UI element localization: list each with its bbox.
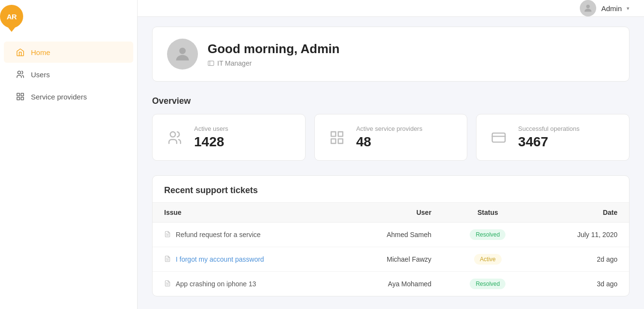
admin-label: Admin [601,4,622,13]
active-users-value: 1428 [194,134,228,150]
svg-rect-2 [17,98,19,100]
ticket-status: Resolved [443,272,533,296]
ticket-issue-cell: Refund request for a service [153,223,340,247]
svg-rect-1 [17,93,19,96]
sidebar-item-home-label: Home [31,48,50,56]
ticket-issue-cell[interactable]: I forgot my account password [153,247,340,272]
stat-card-operations: Successful operations 3467 [476,114,630,161]
svg-rect-7 [208,61,214,65]
logo-wrap: AR [0,0,137,37]
status-badge: Resolved [470,229,505,240]
ticket-status: Resolved [443,223,533,247]
svg-rect-10 [331,132,336,136]
ticket-date: 2d ago [532,247,629,272]
status-badge: Active [474,254,502,265]
table-row: Refund request for a service Ahmed Sameh… [153,223,629,247]
svg-rect-11 [331,139,336,143]
sidebar-item-service-providers[interactable]: Service providers [4,86,133,107]
svg-point-6 [179,48,185,54]
ticket-issue-text: I forgot my account password [176,255,264,263]
ticket-issue-cell: App crashing on iphone 13 [153,272,340,296]
svg-point-0 [18,71,21,74]
tickets-section: Recent support tickets Issue User Status… [152,175,630,296]
ticket-file-icon [164,230,171,239]
main-content: Admin ▾ Good morning, Admin IT Ma [138,0,644,309]
svg-rect-14 [492,133,505,142]
profile-info: Good morning, Admin IT Manager [208,42,339,67]
overview-section: Overview Active users 1428 [152,96,630,161]
col-user: User [340,203,443,223]
overview-title: Overview [152,96,630,106]
svg-rect-4 [21,98,24,100]
role-text: IT Manager [217,59,252,67]
page-content: Good morning, Admin IT Manager Overview [138,17,644,309]
operations-value: 3467 [518,134,579,150]
tickets-title: Recent support tickets [153,176,629,203]
logo-icon: AR [0,5,23,28]
profile-role: IT Manager [208,59,339,67]
admin-profile-button[interactable]: Admin ▾ [580,0,630,16]
sidebar-item-home[interactable]: Home [4,42,133,63]
active-users-icon [164,127,185,148]
ticket-issue-text: Refund request for a service [176,231,261,239]
chevron-down-icon: ▾ [627,5,630,12]
sidebar-item-service-providers-label: Service providers [31,93,87,101]
col-status: Status [443,203,533,223]
service-providers-stat-icon [326,127,348,148]
profile-card: Good morning, Admin IT Manager [152,27,630,82]
overview-cards: Active users 1428 A [152,114,630,161]
sidebar-item-users-label: Users [31,70,50,79]
col-date: Date [532,203,629,223]
service-providers-icon [15,92,25,101]
table-row: I forgot my account password Michael Faw… [153,247,629,272]
svg-rect-12 [338,132,342,136]
svg-rect-13 [338,139,342,143]
sidebar-item-users[interactable]: Users [4,64,133,85]
col-issue: Issue [153,203,340,223]
sidebar-nav: Home Users Servi [0,37,137,112]
service-providers-info: Active service providers 48 [356,125,422,150]
ticket-user: Michael Fawzy [340,247,443,272]
users-icon [15,70,25,79]
service-providers-stat-label: Active service providers [356,125,422,132]
svg-point-5 [587,5,590,8]
status-badge: Resolved [470,279,505,289]
active-users-info: Active users 1428 [194,125,228,150]
active-users-label: Active users [194,125,228,132]
admin-avatar [580,0,596,16]
topbar: Admin ▾ [138,0,644,17]
operations-info: Successful operations 3467 [518,125,579,150]
greeting-text: Good morning, Admin [208,42,339,56]
operations-icon [488,127,509,148]
ticket-user: Aya Mohamed [340,272,443,296]
svg-point-9 [170,132,176,137]
ticket-file-icon [164,280,171,289]
sidebar: AR Home Users [0,0,138,309]
home-icon [15,47,25,57]
ticket-file-icon [164,255,171,264]
ticket-status: Active [443,247,533,272]
service-providers-stat-value: 48 [356,134,422,150]
ticket-user: Ahmed Sameh [340,223,443,247]
table-row: App crashing on iphone 13 Aya Mohamed Re… [153,272,629,296]
table-header-row: Issue User Status Date [153,203,629,223]
profile-avatar [167,39,198,70]
ticket-date: July 11, 2020 [532,223,629,247]
ticket-date: 3d ago [532,272,629,296]
svg-rect-3 [21,93,24,96]
ticket-issue-text: App crashing on iphone 13 [176,280,256,288]
stat-card-service-providers: Active service providers 48 [314,114,468,161]
operations-label: Successful operations [518,125,579,132]
role-icon [208,60,214,67]
tickets-table: Issue User Status Date [153,203,629,296]
stat-card-active-users: Active users 1428 [152,114,306,161]
